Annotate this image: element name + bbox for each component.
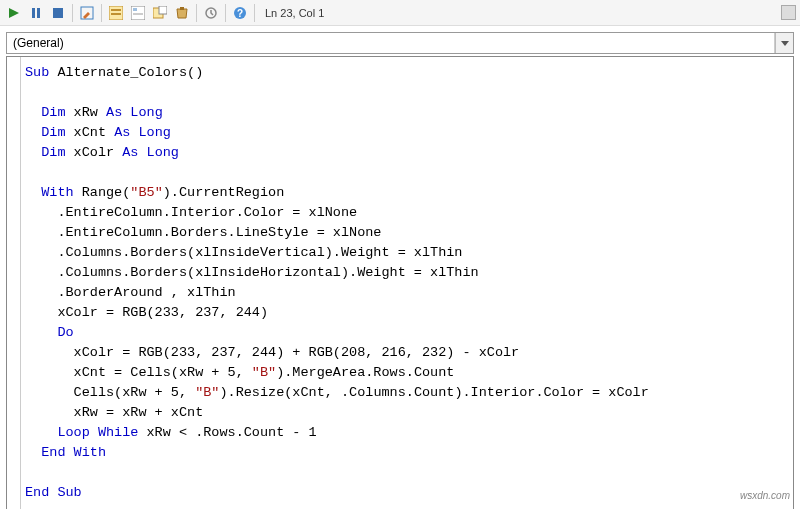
- separator: [196, 4, 197, 22]
- design-mode-icon[interactable]: [77, 3, 97, 23]
- stop-icon[interactable]: [48, 3, 68, 23]
- object-dropdown[interactable]: (General): [6, 32, 794, 54]
- svg-rect-10: [133, 13, 143, 15]
- svg-rect-12: [159, 6, 167, 14]
- svg-marker-17: [781, 41, 789, 46]
- dropdown-selected: (General): [7, 33, 775, 53]
- separator: [225, 4, 226, 22]
- svg-rect-9: [133, 8, 137, 11]
- chevron-down-icon[interactable]: [775, 33, 793, 53]
- run-icon[interactable]: [4, 3, 24, 23]
- separator: [72, 4, 73, 22]
- project-explorer-icon[interactable]: [106, 3, 126, 23]
- svg-rect-7: [111, 13, 121, 15]
- help-icon[interactable]: ?: [230, 3, 250, 23]
- pause-icon[interactable]: [26, 3, 46, 23]
- svg-rect-1: [32, 8, 35, 18]
- history-icon[interactable]: [201, 3, 221, 23]
- code-editor[interactable]: Sub Alternate_Colors() Dim xRw As Long D…: [6, 56, 794, 509]
- watermark: wsxdn.com: [740, 490, 790, 501]
- object-browser-icon[interactable]: [150, 3, 170, 23]
- svg-rect-3: [53, 8, 63, 18]
- svg-rect-13: [180, 7, 184, 10]
- svg-rect-6: [111, 9, 121, 11]
- toolbar: ? Ln 23, Col 1: [0, 0, 800, 26]
- toolbox-icon[interactable]: [172, 3, 192, 23]
- cursor-position: Ln 23, Col 1: [265, 7, 324, 19]
- separator: [254, 4, 255, 22]
- svg-rect-2: [37, 8, 40, 18]
- code-area[interactable]: Sub Alternate_Colors() Dim xRw As Long D…: [21, 57, 793, 509]
- scroll-button[interactable]: [781, 5, 796, 20]
- gutter: [7, 57, 21, 509]
- separator: [101, 4, 102, 22]
- properties-icon[interactable]: [128, 3, 148, 23]
- svg-text:?: ?: [237, 8, 243, 19]
- svg-marker-0: [9, 8, 19, 18]
